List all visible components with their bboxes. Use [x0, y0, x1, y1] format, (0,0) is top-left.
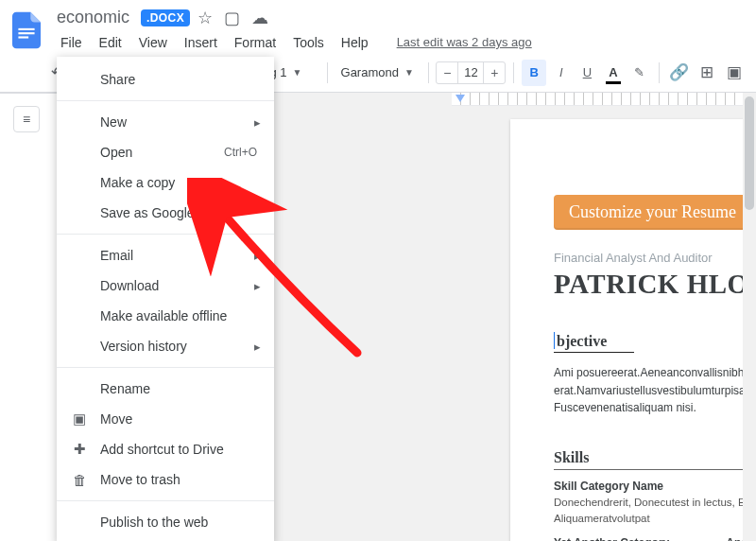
- resume-role: Financial Analyst And Auditor: [554, 251, 756, 265]
- add-shortcut-icon: ✚: [70, 441, 89, 458]
- svg-rect-2: [18, 36, 28, 38]
- star-icon[interactable]: ☆: [198, 9, 213, 26]
- skill-col: Yet Another Category: [554, 536, 669, 541]
- submenu-arrow-icon: ▸: [254, 279, 261, 293]
- menu-rename[interactable]: Rename: [57, 374, 274, 404]
- menu-make-copy[interactable]: Make a copy: [57, 167, 274, 198]
- font-family-value: Garamond: [341, 65, 399, 79]
- svg-rect-0: [18, 28, 34, 30]
- submenu-arrow-icon: ▸: [254, 249, 261, 263]
- menu-tools[interactable]: Tools: [285, 31, 332, 54]
- skill-col: Skill Category Name Donechendrerit, Done…: [554, 480, 756, 528]
- menu-move[interactable]: ▣Move: [57, 404, 274, 434]
- separator: [428, 62, 429, 83]
- menu-open[interactable]: OpenCtrl+O: [57, 137, 274, 167]
- font-size-decrease[interactable]: −: [437, 62, 457, 83]
- skill-heading: Yet Another Category: [554, 536, 669, 541]
- italic-button[interactable]: I: [550, 61, 573, 85]
- chevron-down-icon: ▼: [293, 67, 302, 78]
- text-color-button[interactable]: A: [602, 61, 625, 85]
- menu-edit[interactable]: Edit: [92, 31, 129, 54]
- file-menu-popup: Share New▸ OpenCtrl+O Make a copy Save a…: [57, 57, 274, 541]
- resume-name: PATRICK HLOOM: [554, 269, 756, 300]
- insert-image-button[interactable]: ▣: [723, 60, 747, 86]
- insert-link-button[interactable]: 🔗: [667, 60, 692, 86]
- menu-help[interactable]: Help: [334, 31, 376, 54]
- menu-save-as-google-docs[interactable]: Save as Google Docs: [57, 198, 274, 228]
- svg-rect-1: [18, 32, 34, 34]
- font-family-select[interactable]: Garamond ▼: [335, 62, 421, 82]
- separator: [513, 62, 514, 83]
- outline-toggle[interactable]: ≡: [13, 106, 40, 132]
- font-size-stepper[interactable]: − 12 +: [436, 61, 506, 84]
- menu-new[interactable]: New▸: [57, 107, 274, 137]
- menu-file[interactable]: File: [53, 31, 90, 54]
- objective-text: Ami posuereerat.Aeneanconvallisnibhsed q…: [554, 364, 756, 417]
- add-comment-button[interactable]: ⊞: [695, 60, 719, 86]
- vertical-scrollbar[interactable]: [743, 93, 756, 541]
- section-heading-skills: Skills: [554, 449, 756, 470]
- submenu-arrow-icon: ▸: [254, 340, 261, 354]
- docx-badge: .DOCX: [141, 9, 190, 26]
- chevron-down-icon: ▼: [404, 67, 414, 78]
- cloud-status-icon[interactable]: ☁: [251, 9, 268, 26]
- menu-publish-to-web[interactable]: Publish to the web: [57, 507, 274, 537]
- menu-add-shortcut[interactable]: ✚Add shortcut to Drive: [57, 434, 274, 464]
- highlight-button[interactable]: ✎: [628, 61, 651, 85]
- indent-marker[interactable]: [455, 95, 465, 102]
- submenu-arrow-icon: ▸: [254, 115, 261, 130]
- menu-download[interactable]: Download▸: [57, 270, 274, 301]
- skill-body: Donechendrerit, Donecutest in lectus, Et…: [554, 495, 756, 528]
- menu-separator: [57, 367, 274, 368]
- menu-separator: [57, 500, 274, 501]
- folder-move-icon: ▣: [70, 410, 89, 428]
- menu-separator: [57, 234, 274, 235]
- menu-version-history[interactable]: Version history▸: [57, 331, 274, 361]
- docs-logo[interactable]: [9, 8, 43, 53]
- menu-format[interactable]: Format: [227, 31, 284, 54]
- page[interactable]: Customize your Resume Financial Analyst …: [510, 119, 756, 541]
- trash-icon: 🗑: [70, 472, 89, 488]
- text-cursor: [554, 332, 555, 349]
- menu-insert[interactable]: Insert: [177, 31, 225, 54]
- ruler[interactable]: [452, 93, 756, 106]
- underline-button[interactable]: U: [576, 61, 599, 85]
- menu-move-to-trash[interactable]: 🗑Move to trash: [57, 464, 274, 495]
- menu-email[interactable]: Email▸: [57, 240, 274, 270]
- menu-make-available-offline[interactable]: Make available offline: [57, 301, 274, 331]
- menubar: File Edit View Insert Format Tools Help …: [53, 31, 538, 54]
- last-edit-link[interactable]: Last edit was 2 days ago: [391, 31, 538, 54]
- font-size-increase[interactable]: +: [484, 62, 505, 83]
- skill-heading: Skill Category Name: [554, 480, 756, 493]
- move-folder-icon[interactable]: ▢: [224, 9, 240, 26]
- menu-share[interactable]: Share: [57, 64, 274, 95]
- font-size-value[interactable]: 12: [457, 62, 484, 83]
- bold-button[interactable]: B: [522, 60, 546, 86]
- menu-view[interactable]: View: [131, 31, 175, 54]
- separator: [659, 62, 660, 83]
- shortcut-label: Ctrl+O: [224, 146, 257, 159]
- doc-title[interactable]: economic: [53, 6, 133, 29]
- resume-customize-button[interactable]: Customize your Resume: [554, 195, 751, 230]
- separator: [327, 62, 328, 83]
- section-heading-objective: bjective: [554, 332, 634, 353]
- scrollbar-thumb[interactable]: [745, 96, 754, 210]
- menu-separator: [57, 100, 274, 101]
